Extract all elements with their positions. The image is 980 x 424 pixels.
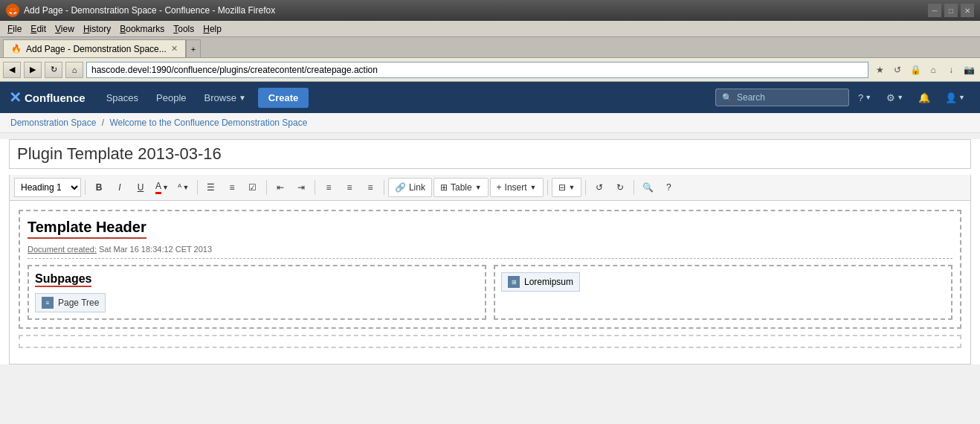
help-button[interactable]: ? ▼ xyxy=(852,82,877,113)
toolbar-separator-3 xyxy=(266,180,267,195)
template-header: Template Header xyxy=(28,219,146,239)
new-tab-button[interactable]: + xyxy=(186,39,201,57)
menu-bookmarks[interactable]: Bookmarks xyxy=(115,22,169,36)
window-title: Add Page - Demonstration Space - Conflue… xyxy=(24,5,928,16)
logo-text: Confluence xyxy=(25,91,86,104)
layout-chevron-icon: ▼ xyxy=(569,184,576,191)
forward-button[interactable]: ▶ xyxy=(24,62,42,78)
format-chevron-icon: ▼ xyxy=(182,184,189,191)
nav-people[interactable]: People xyxy=(147,82,195,113)
toolbar-separator-6 xyxy=(547,180,548,195)
more-format-button[interactable]: ᴬ ▼ xyxy=(174,178,193,197)
titlebar: 🦊 Add Page - Demonstration Space - Confl… xyxy=(0,0,980,21)
task-list-button[interactable]: ☑ xyxy=(243,178,262,197)
bullet-list-button[interactable]: ☰ xyxy=(202,178,221,197)
italic-button[interactable]: I xyxy=(110,178,129,197)
bold-button[interactable]: B xyxy=(89,178,109,197)
tabbar: 🔥 Add Page - Demonstration Space... ✕ + xyxy=(0,37,980,58)
create-button[interactable]: Create xyxy=(258,88,309,108)
heading-select[interactable]: Heading 1 Heading 2 Normal xyxy=(14,178,81,197)
outdent-button[interactable]: ⇤ xyxy=(271,178,290,197)
browser-tab[interactable]: 🔥 Add Page - Demonstration Space... ✕ xyxy=(3,39,186,57)
back-button[interactable]: ◀ xyxy=(3,62,21,78)
breadcrumb: Demonstration Space / Welcome to the Con… xyxy=(0,113,980,133)
menu-help[interactable]: Help xyxy=(199,22,226,36)
two-column-layout: Subpages ≡ Page Tree ⊞ Loremipsum xyxy=(28,265,952,320)
link-icon: 🔗 xyxy=(395,182,406,193)
nav-spaces[interactable]: Spaces xyxy=(97,82,147,113)
gear-icon: ⚙ xyxy=(886,92,895,103)
text-color-button[interactable]: A ▼ xyxy=(152,178,173,197)
redo-icon: ↻ xyxy=(616,182,624,193)
breadcrumb-parent[interactable]: Welcome to the Confluence Demonstration … xyxy=(109,118,307,128)
search-box[interactable]: 🔍 Search xyxy=(715,89,849,106)
search-icon: 🔍 xyxy=(722,93,732,103)
right-column: ⊞ Loremipsum xyxy=(494,265,952,320)
lorem-macro[interactable]: ⊞ Loremipsum xyxy=(501,272,580,292)
align-center-button[interactable]: ≡ xyxy=(340,178,359,197)
page-title-area xyxy=(9,139,971,169)
maximize-button[interactable]: □ xyxy=(944,4,958,17)
tab-close-icon[interactable]: ✕ xyxy=(171,44,178,54)
menu-view[interactable]: View xyxy=(51,22,79,36)
reload-button[interactable]: ↻ xyxy=(45,62,62,78)
layout-button[interactable]: ⊟ ▼ xyxy=(552,178,582,197)
address-input[interactable] xyxy=(86,62,868,78)
toolbar-separator-2 xyxy=(197,180,198,195)
insert-chevron-icon: ▼ xyxy=(530,184,537,191)
search-placeholder: Search xyxy=(737,92,765,103)
browser-icon: 🦊 xyxy=(6,4,19,17)
page-title-input[interactable] xyxy=(17,144,963,164)
settings-chevron-icon: ▼ xyxy=(897,94,903,101)
content-area: Heading 1 Heading 2 Normal B I U A ▼ ᴬ ▼… xyxy=(0,139,980,364)
editor-body[interactable]: Template Header Document created: Sat Ma… xyxy=(9,201,971,364)
subpages-heading: Subpages xyxy=(35,272,91,287)
user-menu-button[interactable]: 👤 ▼ xyxy=(939,82,971,113)
editor-help-button[interactable]: ? xyxy=(659,178,678,197)
outdent-icon: ⇤ xyxy=(277,182,284,193)
indent-button[interactable]: ⇥ xyxy=(291,178,311,197)
refresh-icon[interactable]: ↺ xyxy=(889,62,906,78)
breadcrumb-space[interactable]: Demonstration Space xyxy=(10,118,96,128)
breadcrumb-separator: / xyxy=(102,118,107,128)
superscript-icon: ᴬ xyxy=(178,182,181,193)
nav-browse[interactable]: Browse ▼ xyxy=(196,82,255,113)
doc-created-label: Document created: xyxy=(28,245,97,254)
redo-button[interactable]: ↻ xyxy=(610,178,630,197)
undo-button[interactable]: ↺ xyxy=(590,178,609,197)
link-button[interactable]: 🔗 Link xyxy=(388,178,432,197)
home-button[interactable]: ⌂ xyxy=(65,62,83,78)
insert-button[interactable]: + Insert ▼ xyxy=(490,178,544,197)
camera-icon[interactable]: 📷 xyxy=(961,62,977,78)
settings-button[interactable]: ⚙ ▼ xyxy=(880,82,909,113)
find-button[interactable]: 🔍 xyxy=(638,178,657,197)
menu-tools[interactable]: Tools xyxy=(169,22,199,36)
download-icon[interactable]: ↓ xyxy=(943,62,959,78)
numbered-list-button[interactable]: ≡ xyxy=(222,178,242,197)
align-left-button[interactable]: ≡ xyxy=(319,178,338,197)
confluence-logo[interactable]: ✕ Confluence xyxy=(9,89,86,106)
table-button[interactable]: ⊞ Table ▼ xyxy=(433,178,489,197)
align-right-button[interactable]: ≡ xyxy=(361,178,380,197)
bookmark-icon[interactable]: ★ xyxy=(871,62,888,78)
layout-icon: ⊟ xyxy=(558,182,566,193)
indent-icon: ⇥ xyxy=(297,182,305,193)
table-icon: ⊞ xyxy=(440,182,448,193)
color-chevron-icon: ▼ xyxy=(162,184,169,191)
align-left-icon: ≡ xyxy=(326,182,331,193)
underline-button[interactable]: U xyxy=(131,178,150,197)
window-controls: ─ □ ✕ xyxy=(928,4,974,17)
menu-file[interactable]: File xyxy=(3,22,26,36)
home-large-icon[interactable]: ⌂ xyxy=(925,62,941,78)
addressbar: ◀ ▶ ↻ ⌂ ★ ↺ 🔒 ⌂ ↓ 📷 xyxy=(0,58,980,82)
bottom-template-region xyxy=(19,335,961,348)
menubar: File Edit View History Bookmarks Tools H… xyxy=(0,21,980,37)
page-tree-macro[interactable]: ≡ Page Tree xyxy=(35,293,106,312)
editor-toolbar: Heading 1 Heading 2 Normal B I U A ▼ ᴬ ▼… xyxy=(9,175,971,201)
task-list-icon: ☑ xyxy=(248,182,257,193)
notifications-button[interactable]: 🔔 xyxy=(912,82,936,113)
menu-edit[interactable]: Edit xyxy=(26,22,51,36)
close-button[interactable]: ✕ xyxy=(961,4,974,17)
menu-history[interactable]: History xyxy=(79,22,115,36)
minimize-button[interactable]: ─ xyxy=(928,4,941,17)
